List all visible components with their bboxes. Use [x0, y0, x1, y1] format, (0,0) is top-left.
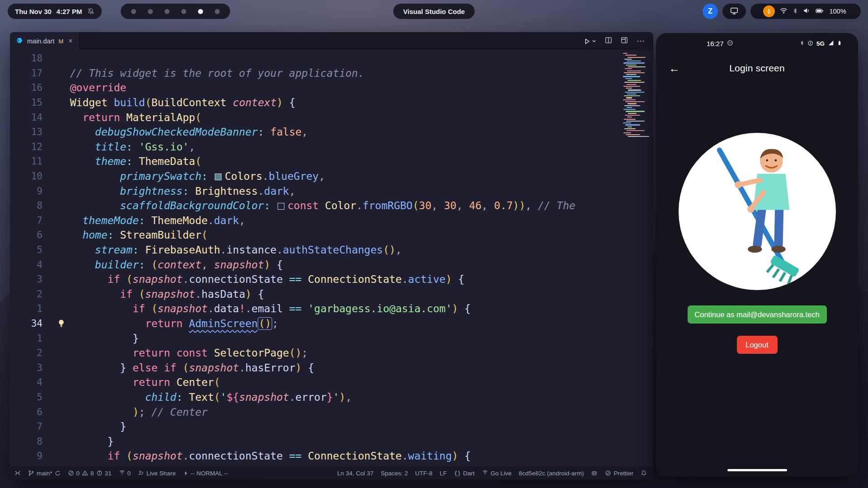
line-number[interactable]: 6 [10, 407, 42, 418]
code-line[interactable]: 9 if (snapshot.connectionState == Connec… [10, 449, 653, 464]
code-line[interactable]: 8 scaffoldBackgroundColor: const Color.f… [10, 198, 653, 213]
line-number[interactable]: 10 [10, 171, 42, 182]
workspace-dot-4[interactable] [181, 9, 186, 14]
line-number[interactable]: 9 [10, 450, 42, 461]
code-line[interactable]: 17 // This widget is the root of your ap… [10, 66, 653, 81]
line-number[interactable]: 17 [10, 68, 42, 79]
microphone-active-icon[interactable] [763, 5, 775, 17]
code-line[interactable]: 16 @override [10, 80, 653, 95]
code-line[interactable]: 3 } else if (snapshot.hasError) { [10, 360, 653, 375]
workspace-dot-5[interactable] [198, 9, 203, 14]
clock-pill[interactable]: Thu Nov 30 4:27 PM [8, 4, 102, 19]
line-number[interactable]: 16 [10, 82, 42, 93]
tab-main-dart[interactable]: main.dart M × [10, 32, 80, 50]
continue-as-button[interactable]: Continue as mail@devansharora.tech [688, 305, 827, 324]
minimap[interactable] [623, 53, 649, 138]
workspace-dot-6[interactable] [215, 9, 220, 14]
code-line[interactable]: 2 if (snapshot.hasData) { [10, 287, 653, 302]
code-line[interactable]: 13 debugShowCheckedModeBanner: false, [10, 125, 653, 140]
encoding-button[interactable]: UTF-8 [415, 470, 432, 477]
robot-icon[interactable] [591, 470, 598, 476]
line-number[interactable]: 12 [10, 141, 42, 152]
go-live-button[interactable]: Go Live [482, 470, 512, 477]
workspace-dot-3[interactable] [165, 9, 170, 14]
code-line[interactable]: 7 } [10, 419, 653, 434]
split-editor-button[interactable] [605, 37, 612, 46]
line-number[interactable]: 18 [10, 53, 42, 64]
code-line[interactable]: 4 builder: (context, snapshot) { [10, 257, 653, 272]
code-line[interactable]: 12 title: 'Gss.io', [10, 140, 653, 155]
indentation-button[interactable]: Spaces: 2 [381, 470, 408, 477]
line-number[interactable]: 2 [10, 347, 42, 358]
line-number[interactable]: 7 [10, 215, 42, 226]
code-line[interactable]: 6 ); // Center [10, 404, 653, 419]
code-line[interactable]: 1 if (snapshot.data!.email == 'garbagess… [10, 301, 653, 316]
code-line[interactable]: 5 child: Text('${snapshot.error}'), [10, 390, 653, 405]
cursor-position-button[interactable]: Ln 34, Col 37 [337, 470, 373, 477]
user-avatar[interactable]: Z [703, 4, 718, 19]
code-line[interactable]: 34 return AdminScreen(); [10, 316, 653, 331]
system-status-pill[interactable]: 100% [750, 4, 861, 19]
line-number[interactable]: 14 [10, 112, 42, 123]
back-arrow-button[interactable]: ← [669, 63, 680, 74]
active-app-title[interactable]: Visual Studio Code [393, 4, 475, 19]
color-swatch-icon[interactable] [215, 174, 222, 180]
workspace-dot-2[interactable] [148, 9, 153, 14]
line-number[interactable]: 9 [10, 186, 42, 197]
run-button[interactable] [583, 38, 596, 45]
tab-close-icon[interactable]: × [68, 37, 72, 45]
line-number[interactable]: 7 [10, 421, 42, 432]
code-line[interactable]: 18 [10, 51, 653, 66]
language-mode-button[interactable]: {} Dart [454, 470, 475, 477]
logout-button[interactable]: Logout [737, 336, 778, 354]
code-line[interactable]: 2 return const SelectorPage(); [10, 346, 653, 361]
code-line[interactable]: 1 } [10, 331, 653, 346]
formatter-button[interactable]: Prettier [605, 470, 633, 477]
lightbulb-icon[interactable] [57, 319, 66, 328]
problems-button[interactable]: 0 8 31 [68, 470, 112, 477]
line-number[interactable]: 11 [10, 156, 42, 167]
code-line[interactable]: 10 [10, 464, 653, 466]
remote-window-button[interactable] [14, 470, 21, 476]
ports-button[interactable]: 0 [119, 470, 131, 477]
line-number[interactable]: 1 [10, 303, 42, 314]
code-line[interactable]: 6 home: StreamBuilder( [10, 228, 653, 243]
code-line[interactable]: 8 } [10, 434, 653, 449]
line-number[interactable]: 15 [10, 97, 42, 108]
code-line[interactable]: 7 themeMode: ThemeMode.dark, [10, 213, 653, 228]
more-actions-button[interactable]: ⋯ [637, 36, 645, 46]
git-branch-button[interactable]: main* [28, 470, 61, 477]
editor-layout-button[interactable] [621, 37, 628, 46]
line-number[interactable]: 5 [10, 392, 42, 403]
line-number[interactable]: 8 [10, 436, 42, 447]
line-number[interactable]: 6 [10, 230, 42, 240]
line-number[interactable]: 4 [10, 259, 42, 270]
eol-button[interactable]: LF [440, 470, 447, 477]
vim-mode-indicator[interactable]: -- NORMAL -- [183, 470, 228, 477]
line-number[interactable]: 13 [10, 127, 42, 137]
display-settings-pill[interactable] [722, 4, 746, 19]
workspace-dot-1[interactable] [131, 9, 136, 14]
code-line[interactable]: 15 Widget build(BuildContext context) { [10, 95, 653, 110]
code-editor[interactable]: 1817 // This widget is the root of your … [10, 50, 653, 466]
flutter-device-button[interactable]: 8cd5e82c (android-arm) [519, 470, 584, 477]
color-swatch-icon[interactable] [278, 203, 284, 210]
line-number[interactable]: 5 [10, 244, 42, 255]
home-indicator[interactable] [727, 469, 787, 471]
line-number[interactable]: 2 [10, 289, 42, 300]
notifications-bell-button[interactable] [641, 470, 647, 476]
line-number[interactable]: 4 [10, 377, 42, 388]
code-line[interactable]: 9 brightness: Brightness.dark, [10, 183, 653, 198]
live-share-button[interactable]: Live Share [138, 470, 176, 477]
line-number[interactable]: 1 [10, 333, 42, 344]
code-line[interactable]: 10 primarySwatch: Colors.blueGrey, [10, 169, 653, 184]
line-number[interactable]: 10 [10, 465, 42, 466]
line-number[interactable]: 8 [10, 200, 42, 211]
code-line[interactable]: 5 stream: FirebaseAuth.instance.authStat… [10, 243, 653, 258]
code-line[interactable]: 3 if (snapshot.connectionState == Connec… [10, 272, 653, 287]
code-line[interactable]: 11 theme: ThemeData( [10, 154, 653, 169]
line-number[interactable]: 3 [10, 362, 42, 373]
line-number[interactable]: 34 [10, 318, 42, 329]
line-number[interactable]: 3 [10, 274, 42, 285]
code-line[interactable]: 4 return Center( [10, 375, 653, 390]
